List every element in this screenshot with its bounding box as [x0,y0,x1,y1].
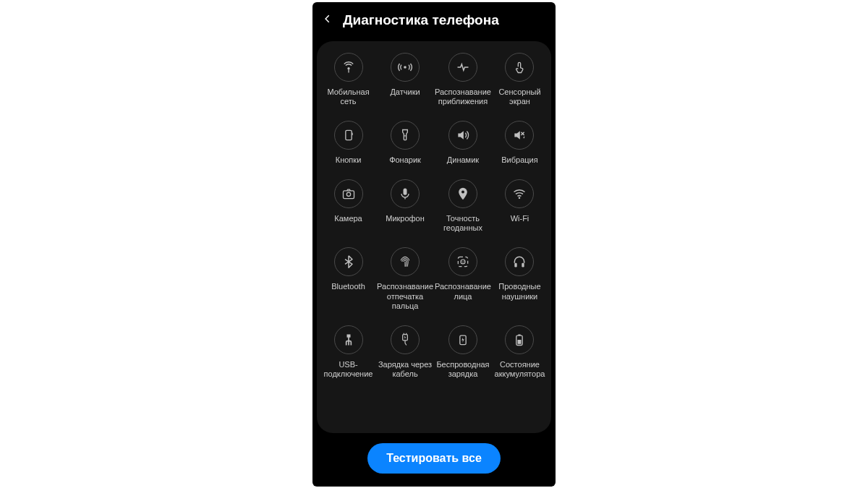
diagnostic-item-wireless-charge[interactable]: Беспроводная зарядка [435,325,491,379]
diagnostic-item-label: Фонарик [389,155,421,165]
diagnostic-item-mobile-network[interactable]: Мобильная сеть [321,53,375,106]
usb-icon [334,325,363,354]
touch-icon [505,53,534,82]
diagnostic-item-wifi[interactable]: Wi-Fi [493,179,547,233]
diagnostic-item-label: Камера [334,214,362,223]
diagnostic-item-face[interactable]: Распознавание лица [435,247,491,311]
speaker-icon [448,121,477,150]
button-icon [334,121,363,150]
diagnostic-item-sensors[interactable]: Датчики [377,53,433,106]
diagnostic-item-usb[interactable]: USB-подключение [321,325,375,379]
diagnostic-item-wired-headphones[interactable]: Проводные наушники [493,247,547,311]
diagnostic-item-label: Динамик [447,155,479,165]
flashlight-icon [391,121,420,150]
footer: Тестировать все [312,433,556,487]
headphones-icon [505,247,534,276]
wirelesscharge-icon [448,325,477,354]
diagnostic-item-proximity[interactable]: Распознавание приближения [435,53,491,106]
vibration-icon [505,121,534,150]
diagnostic-item-label: Распознавание отпечатка пальца [377,282,433,311]
header: Диагностика телефона [312,2,556,35]
diagnostic-item-label: Проводные наушники [493,282,547,301]
sensor-icon [391,53,420,82]
diagnostic-item-microphone[interactable]: Микрофон [377,179,433,233]
wifi-icon [505,179,534,208]
diagnostic-item-label: Беспроводная зарядка [435,360,491,379]
cablecharge-icon [391,325,420,354]
camera-icon [334,179,363,208]
face-icon [448,247,477,276]
diagnostic-item-battery[interactable]: Состояние аккумулятора [493,325,547,379]
diagnostic-item-flashlight[interactable]: Фонарик [377,121,433,165]
mic-icon [391,179,420,208]
diagnostic-item-label: Вибрация [501,155,537,165]
back-icon[interactable] [323,14,333,27]
diagnostic-item-label: Распознавание лица [435,282,491,301]
test-all-button[interactable]: Тестировать все [367,443,501,474]
diagnostic-item-label: Состояние аккумулятора [493,360,547,379]
diagnostic-item-label: Bluetooth [331,282,365,291]
diagnostic-item-label: Wi-Fi [511,214,529,223]
diagnostic-item-label: USB-подключение [321,360,375,379]
diagnostic-item-label: Мобильная сеть [321,87,375,106]
diagnostic-item-cable-charge[interactable]: Зарядка через кабель [377,325,433,379]
page-title: Диагностика телефона [343,12,499,28]
diagnostic-item-label: Зарядка через кабель [377,360,433,379]
diagnostic-item-fingerprint[interactable]: Распознавание отпечатка пальца [377,247,433,311]
diagnostic-item-label: Точность геоданных [435,214,491,233]
diagnostic-item-bluetooth[interactable]: Bluetooth [321,247,375,311]
battery-icon [505,325,534,354]
diagnostic-item-label: Микрофон [386,214,425,223]
diagnostic-item-buttons[interactable]: Кнопки [321,121,375,165]
diagnostics-panel: Мобильная сетьДатчикиРаспознавание прибл… [317,41,551,433]
phone-frame: Диагностика телефона Мобильная сетьДатчи… [312,2,556,487]
diagnostic-item-touchscreen[interactable]: Сенсорный экран [493,53,547,106]
diagnostic-item-label: Кнопки [336,155,362,165]
diagnostic-item-vibration[interactable]: Вибрация [493,121,547,165]
diagnostic-item-speaker[interactable]: Динамик [435,121,491,165]
diagnostic-item-location[interactable]: Точность геоданных [435,179,491,233]
diagnostics-grid: Мобильная сетьДатчикиРаспознавание прибл… [321,53,547,380]
proximity-icon [448,53,477,82]
location-icon [448,179,477,208]
diagnostic-item-camera[interactable]: Камера [321,179,375,233]
fingerprint-icon [391,247,420,276]
diagnostic-item-label: Сенсорный экран [493,87,547,106]
bluetooth-icon [334,247,363,276]
antenna-icon [334,53,363,82]
diagnostic-item-label: Распознавание приближения [435,87,491,106]
diagnostic-item-label: Датчики [390,87,420,97]
